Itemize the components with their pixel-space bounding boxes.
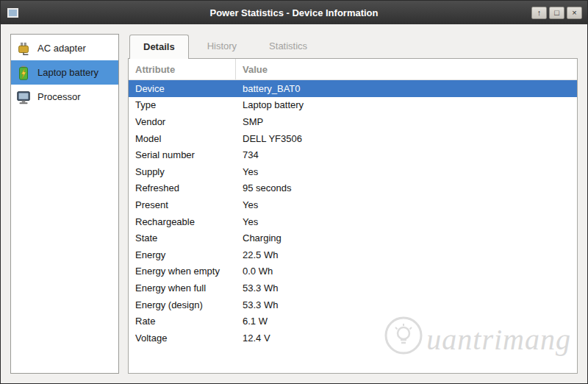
attribute-cell: Supply [129, 166, 236, 177]
sidebar-item-laptop-battery[interactable]: Laptop battery [11, 60, 118, 85]
table-row[interactable]: Device battery_BAT0 [129, 80, 577, 97]
attribute-cell: Voltage [129, 333, 236, 344]
close-button[interactable]: × [567, 7, 582, 19]
table-row[interactable]: State Charging [129, 230, 577, 246]
value-cell: 53.3 Wh [236, 299, 577, 310]
attribute-cell: Model [129, 133, 236, 144]
table-row[interactable]: Energy when full 53.3 Wh [129, 280, 577, 296]
table-row[interactable]: Supply Yes [129, 163, 577, 180]
attribute-cell: Energy (design) [129, 299, 236, 310]
attribute-cell: Serial number [129, 149, 236, 160]
value-cell: battery_BAT0 [236, 83, 577, 94]
window-title: Power Statistics - Device Information [1, 7, 587, 18]
value-cell: Yes [236, 216, 577, 227]
window-icon [7, 8, 18, 18]
attribute-cell: Type [129, 99, 236, 110]
table-row[interactable]: Vendor SMP [129, 113, 577, 130]
sidebar-item-label: Processor [37, 91, 81, 102]
column-header-value[interactable]: Value [236, 59, 577, 79]
attribute-cell: Rate [129, 316, 236, 327]
column-header-attribute[interactable]: Attribute [129, 59, 236, 79]
power-statistics-window: Power Statistics - Device Information ↑ … [0, 0, 588, 384]
tab-history: History [193, 34, 251, 58]
value-cell: 53.3 Wh [236, 282, 577, 294]
table-row[interactable]: Rechargeable Yes [129, 213, 577, 230]
tab-statistics: Statistics [255, 34, 321, 58]
value-cell: 95 seconds [236, 182, 577, 193]
details-pane: DetailsHistoryStatistics Attribute Value… [128, 34, 578, 374]
value-cell: 22.5 Wh [236, 249, 577, 260]
battery-icon [15, 64, 32, 82]
table-row[interactable]: Serial number 734 [129, 146, 577, 163]
attribute-table: Device battery_BAT0 Type Laptop battery … [129, 80, 577, 346]
table-row[interactable]: Refreshed 95 seconds [129, 180, 577, 197]
attribute-cell: Energy [129, 249, 236, 260]
window-controls: ↑ □ × [531, 7, 582, 19]
table-row[interactable]: Energy (design) 53.3 Wh [129, 296, 577, 313]
table-row[interactable]: Model DELL YF3506 [129, 130, 577, 147]
maximize-button[interactable]: □ [549, 7, 564, 19]
details-panel: Attribute Value Device battery_BAT0 Type… [128, 58, 578, 374]
processor-icon [15, 88, 32, 106]
table-row[interactable]: Energy 22.5 Wh [129, 246, 577, 263]
attribute-cell: Energy when empty [129, 266, 236, 277]
value-cell: Laptop battery [236, 99, 577, 110]
value-cell: Yes [236, 199, 577, 210]
table-row[interactable]: Energy when empty 0.0 Wh [129, 263, 577, 280]
sidebar-item-ac-adapter[interactable]: AC adapter [11, 36, 118, 60]
value-cell: 6.1 W [236, 316, 577, 327]
sidebar-item-label: Laptop battery [37, 67, 98, 78]
titlebar[interactable]: Power Statistics - Device Information ↑ … [1, 1, 587, 24]
main-area: AC adapter Laptop battery Processor Deta… [1, 24, 587, 383]
sidebar-item-label: AC adapter [37, 43, 86, 54]
value-cell: 12.4 V [236, 333, 577, 344]
attribute-cell: Energy when full [129, 282, 236, 294]
sidebar-item-processor[interactable]: Processor [11, 85, 118, 109]
value-cell: 0.0 Wh [236, 266, 577, 277]
attribute-cell: State [129, 232, 236, 243]
shade-button[interactable]: ↑ [531, 7, 547, 19]
value-cell: 734 [236, 149, 577, 160]
table-row[interactable]: Type Laptop battery [129, 97, 577, 114]
attribute-cell: Refreshed [129, 182, 236, 193]
value-cell: Charging [236, 232, 577, 243]
tab-bar: DetailsHistoryStatistics [128, 34, 578, 58]
table-header: Attribute Value [129, 59, 577, 80]
value-cell: DELL YF3506 [236, 133, 577, 144]
value-cell: Yes [236, 166, 577, 177]
table-row[interactable]: Voltage 12.4 V [129, 330, 577, 346]
attribute-cell: Rechargeable [129, 216, 236, 227]
ac-adapter-icon [15, 40, 32, 57]
attribute-cell: Device [129, 83, 236, 94]
attribute-cell: Present [129, 199, 236, 210]
attribute-cell: Vendor [129, 116, 236, 127]
table-row[interactable]: Present Yes [129, 196, 577, 213]
device-list: AC adapter Laptop battery Processor [10, 34, 119, 374]
table-row[interactable]: Rate 6.1 W [129, 313, 577, 330]
tab-details[interactable]: Details [129, 35, 189, 59]
value-cell: SMP [236, 116, 577, 127]
